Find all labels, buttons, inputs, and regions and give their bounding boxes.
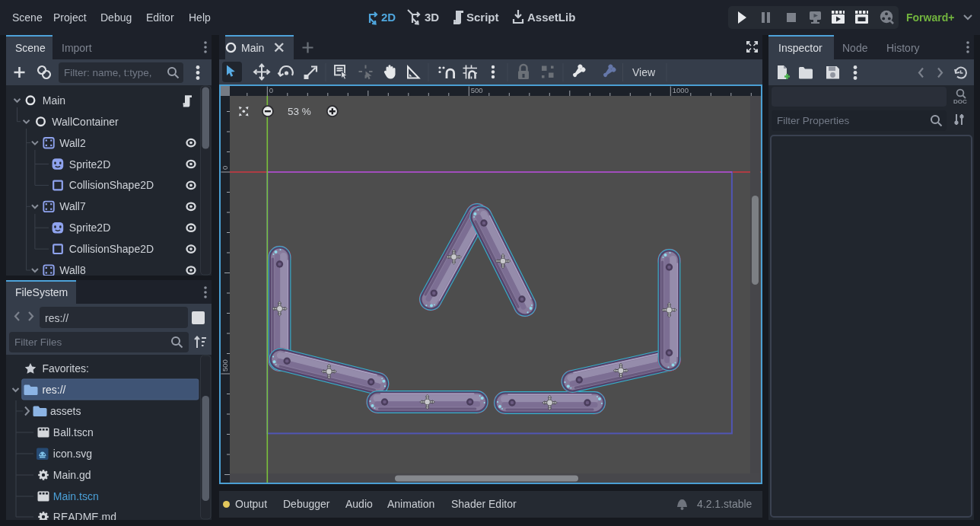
svg-text:1000: 1000 xyxy=(673,86,689,94)
svg-text:DOC: DOC xyxy=(953,98,967,105)
svg-text:Output: Output xyxy=(235,498,267,510)
svg-text:Animation: Animation xyxy=(387,498,434,510)
svg-text:0: 0 xyxy=(269,86,273,94)
svg-text:500: 500 xyxy=(471,86,483,94)
svg-text:Audio: Audio xyxy=(345,498,373,510)
svg-text:53 %: 53 % xyxy=(288,106,311,117)
svg-text:Shader Editor: Shader Editor xyxy=(451,498,517,510)
svg-text:4.2.1.stable: 4.2.1.stable xyxy=(697,498,752,510)
svg-text:0: 0 xyxy=(221,166,229,170)
svg-text:Debugger: Debugger xyxy=(283,498,330,510)
svg-text:500: 500 xyxy=(221,359,229,371)
